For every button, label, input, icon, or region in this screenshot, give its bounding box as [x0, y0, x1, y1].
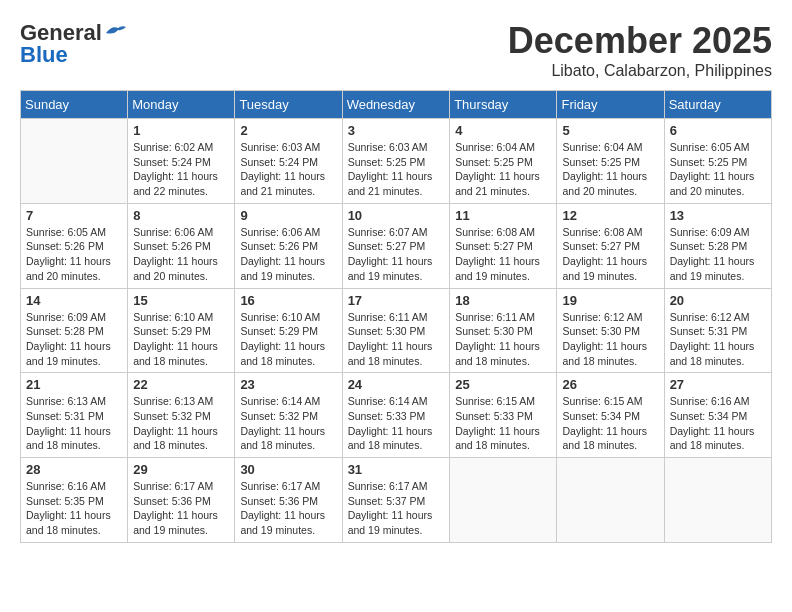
logo-blue-text: Blue: [20, 42, 68, 68]
day-info: Sunrise: 6:12 AMSunset: 5:30 PMDaylight:…: [562, 310, 658, 369]
day-info: Sunrise: 6:03 AMSunset: 5:24 PMDaylight:…: [240, 140, 336, 199]
day-number: 28: [26, 462, 122, 477]
col-thursday: Thursday: [450, 91, 557, 119]
calendar-cell-w5-d6: [557, 458, 664, 543]
calendar-cell-w1-d1: [21, 119, 128, 204]
day-number: 30: [240, 462, 336, 477]
col-tuesday: Tuesday: [235, 91, 342, 119]
day-number: 29: [133, 462, 229, 477]
day-number: 13: [670, 208, 766, 223]
calendar-cell-w2-d7: 13Sunrise: 6:09 AMSunset: 5:28 PMDayligh…: [664, 203, 771, 288]
header: General Blue December 2025 Libato, Calab…: [20, 20, 772, 80]
calendar-cell-w3-d4: 17Sunrise: 6:11 AMSunset: 5:30 PMDayligh…: [342, 288, 450, 373]
calendar-cell-w3-d1: 14Sunrise: 6:09 AMSunset: 5:28 PMDayligh…: [21, 288, 128, 373]
day-info: Sunrise: 6:07 AMSunset: 5:27 PMDaylight:…: [348, 225, 445, 284]
day-info: Sunrise: 6:12 AMSunset: 5:31 PMDaylight:…: [670, 310, 766, 369]
day-number: 12: [562, 208, 658, 223]
calendar-cell-w3-d2: 15Sunrise: 6:10 AMSunset: 5:29 PMDayligh…: [128, 288, 235, 373]
calendar-cell-w4-d5: 25Sunrise: 6:15 AMSunset: 5:33 PMDayligh…: [450, 373, 557, 458]
day-number: 9: [240, 208, 336, 223]
day-info: Sunrise: 6:17 AMSunset: 5:36 PMDaylight:…: [133, 479, 229, 538]
calendar-cell-w4-d1: 21Sunrise: 6:13 AMSunset: 5:31 PMDayligh…: [21, 373, 128, 458]
day-info: Sunrise: 6:15 AMSunset: 5:33 PMDaylight:…: [455, 394, 551, 453]
calendar-cell-w4-d6: 26Sunrise: 6:15 AMSunset: 5:34 PMDayligh…: [557, 373, 664, 458]
calendar-week-4: 21Sunrise: 6:13 AMSunset: 5:31 PMDayligh…: [21, 373, 772, 458]
calendar-cell-w2-d4: 10Sunrise: 6:07 AMSunset: 5:27 PMDayligh…: [342, 203, 450, 288]
day-number: 15: [133, 293, 229, 308]
logo: General Blue: [20, 20, 126, 68]
day-info: Sunrise: 6:16 AMSunset: 5:34 PMDaylight:…: [670, 394, 766, 453]
day-number: 2: [240, 123, 336, 138]
day-info: Sunrise: 6:06 AMSunset: 5:26 PMDaylight:…: [240, 225, 336, 284]
day-number: 26: [562, 377, 658, 392]
calendar-cell-w5-d1: 28Sunrise: 6:16 AMSunset: 5:35 PMDayligh…: [21, 458, 128, 543]
day-number: 1: [133, 123, 229, 138]
day-info: Sunrise: 6:13 AMSunset: 5:32 PMDaylight:…: [133, 394, 229, 453]
day-info: Sunrise: 6:16 AMSunset: 5:35 PMDaylight:…: [26, 479, 122, 538]
day-number: 4: [455, 123, 551, 138]
day-number: 10: [348, 208, 445, 223]
calendar-cell-w5-d7: [664, 458, 771, 543]
day-info: Sunrise: 6:03 AMSunset: 5:25 PMDaylight:…: [348, 140, 445, 199]
calendar-cell-w1-d2: 1Sunrise: 6:02 AMSunset: 5:24 PMDaylight…: [128, 119, 235, 204]
calendar-table: Sunday Monday Tuesday Wednesday Thursday…: [20, 90, 772, 543]
calendar-subtitle: Libato, Calabarzon, Philippines: [508, 62, 772, 80]
day-number: 27: [670, 377, 766, 392]
calendar-cell-w3-d7: 20Sunrise: 6:12 AMSunset: 5:31 PMDayligh…: [664, 288, 771, 373]
day-info: Sunrise: 6:17 AMSunset: 5:37 PMDaylight:…: [348, 479, 445, 538]
calendar-cell-w1-d6: 5Sunrise: 6:04 AMSunset: 5:25 PMDaylight…: [557, 119, 664, 204]
calendar-cell-w1-d4: 3Sunrise: 6:03 AMSunset: 5:25 PMDaylight…: [342, 119, 450, 204]
day-info: Sunrise: 6:11 AMSunset: 5:30 PMDaylight:…: [455, 310, 551, 369]
calendar-cell-w2-d1: 7Sunrise: 6:05 AMSunset: 5:26 PMDaylight…: [21, 203, 128, 288]
day-info: Sunrise: 6:10 AMSunset: 5:29 PMDaylight:…: [133, 310, 229, 369]
calendar-cell-w2-d2: 8Sunrise: 6:06 AMSunset: 5:26 PMDaylight…: [128, 203, 235, 288]
calendar-header-row: Sunday Monday Tuesday Wednesday Thursday…: [21, 91, 772, 119]
logo-bird-icon: [104, 23, 126, 39]
day-info: Sunrise: 6:04 AMSunset: 5:25 PMDaylight:…: [455, 140, 551, 199]
day-number: 21: [26, 377, 122, 392]
calendar-cell-w4-d3: 23Sunrise: 6:14 AMSunset: 5:32 PMDayligh…: [235, 373, 342, 458]
col-monday: Monday: [128, 91, 235, 119]
calendar-cell-w3-d5: 18Sunrise: 6:11 AMSunset: 5:30 PMDayligh…: [450, 288, 557, 373]
day-number: 18: [455, 293, 551, 308]
col-friday: Friday: [557, 91, 664, 119]
day-info: Sunrise: 6:05 AMSunset: 5:26 PMDaylight:…: [26, 225, 122, 284]
day-number: 6: [670, 123, 766, 138]
day-number: 25: [455, 377, 551, 392]
calendar-cell-w4-d2: 22Sunrise: 6:13 AMSunset: 5:32 PMDayligh…: [128, 373, 235, 458]
day-number: 8: [133, 208, 229, 223]
day-number: 5: [562, 123, 658, 138]
day-info: Sunrise: 6:08 AMSunset: 5:27 PMDaylight:…: [562, 225, 658, 284]
col-saturday: Saturday: [664, 91, 771, 119]
calendar-cell-w5-d5: [450, 458, 557, 543]
day-number: 22: [133, 377, 229, 392]
calendar-cell-w4-d7: 27Sunrise: 6:16 AMSunset: 5:34 PMDayligh…: [664, 373, 771, 458]
day-info: Sunrise: 6:11 AMSunset: 5:30 PMDaylight:…: [348, 310, 445, 369]
calendar-week-1: 1Sunrise: 6:02 AMSunset: 5:24 PMDaylight…: [21, 119, 772, 204]
day-info: Sunrise: 6:14 AMSunset: 5:32 PMDaylight:…: [240, 394, 336, 453]
col-sunday: Sunday: [21, 91, 128, 119]
calendar-cell-w2-d3: 9Sunrise: 6:06 AMSunset: 5:26 PMDaylight…: [235, 203, 342, 288]
day-number: 24: [348, 377, 445, 392]
day-info: Sunrise: 6:04 AMSunset: 5:25 PMDaylight:…: [562, 140, 658, 199]
day-info: Sunrise: 6:09 AMSunset: 5:28 PMDaylight:…: [26, 310, 122, 369]
day-number: 31: [348, 462, 445, 477]
calendar-cell-w4-d4: 24Sunrise: 6:14 AMSunset: 5:33 PMDayligh…: [342, 373, 450, 458]
day-info: Sunrise: 6:17 AMSunset: 5:36 PMDaylight:…: [240, 479, 336, 538]
day-info: Sunrise: 6:15 AMSunset: 5:34 PMDaylight:…: [562, 394, 658, 453]
day-number: 3: [348, 123, 445, 138]
day-number: 16: [240, 293, 336, 308]
day-info: Sunrise: 6:02 AMSunset: 5:24 PMDaylight:…: [133, 140, 229, 199]
calendar-cell-w5-d2: 29Sunrise: 6:17 AMSunset: 5:36 PMDayligh…: [128, 458, 235, 543]
calendar-cell-w3-d3: 16Sunrise: 6:10 AMSunset: 5:29 PMDayligh…: [235, 288, 342, 373]
calendar-week-3: 14Sunrise: 6:09 AMSunset: 5:28 PMDayligh…: [21, 288, 772, 373]
col-wednesday: Wednesday: [342, 91, 450, 119]
day-info: Sunrise: 6:08 AMSunset: 5:27 PMDaylight:…: [455, 225, 551, 284]
calendar-cell-w5-d4: 31Sunrise: 6:17 AMSunset: 5:37 PMDayligh…: [342, 458, 450, 543]
day-info: Sunrise: 6:09 AMSunset: 5:28 PMDaylight:…: [670, 225, 766, 284]
calendar-week-2: 7Sunrise: 6:05 AMSunset: 5:26 PMDaylight…: [21, 203, 772, 288]
calendar-cell-w2-d5: 11Sunrise: 6:08 AMSunset: 5:27 PMDayligh…: [450, 203, 557, 288]
day-number: 14: [26, 293, 122, 308]
calendar-cell-w1-d3: 2Sunrise: 6:03 AMSunset: 5:24 PMDaylight…: [235, 119, 342, 204]
calendar-cell-w5-d3: 30Sunrise: 6:17 AMSunset: 5:36 PMDayligh…: [235, 458, 342, 543]
